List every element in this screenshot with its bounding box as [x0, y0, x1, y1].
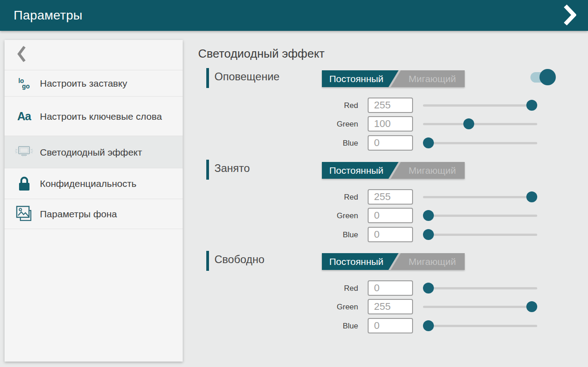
- toggle-thumb: [539, 69, 556, 85]
- channel-label: Blue: [198, 230, 358, 240]
- channel-label: Blue: [198, 139, 358, 148]
- slider-track[interactable]: [423, 287, 537, 289]
- main-panel: Светодиодный эффект Оповещение Постоянны…: [198, 40, 588, 367]
- channel-value-input[interactable]: [368, 116, 413, 132]
- section-header: Оповещение Постоянный Мигающий: [198, 68, 588, 88]
- channel-label: Green: [198, 303, 358, 312]
- page-title: Параметры: [14, 8, 83, 23]
- alert-enabled-toggle[interactable]: [530, 69, 556, 85]
- slider-thumb[interactable]: [526, 100, 537, 111]
- section-header: Свободно Постоянный Мигающий: [198, 251, 588, 271]
- channel-slider[interactable]: [423, 299, 537, 314]
- channel-value-input[interactable]: [368, 98, 413, 113]
- channel-value-input[interactable]: [368, 318, 413, 333]
- channel-slider[interactable]: [423, 227, 537, 242]
- accent-bar: [206, 160, 209, 180]
- collapse-panel-button[interactable]: [561, 2, 578, 29]
- mode-solid-button[interactable]: Постоянный: [322, 70, 400, 87]
- channel-slider[interactable]: [423, 135, 537, 151]
- channel-row-blue: Blue: [198, 227, 588, 242]
- background-image-icon: [5, 205, 40, 224]
- slider-thumb[interactable]: [526, 191, 537, 202]
- mode-segmented-control: Постоянный Мигающий: [322, 70, 465, 87]
- channel-row-red: Red: [198, 98, 588, 113]
- sidebar-item-keywords[interactable]: Aa Настроить ключевые слова: [5, 97, 183, 136]
- sidebar-item-background[interactable]: Параметры фона: [5, 199, 183, 229]
- sidebar-item-led-effect[interactable]: Светодиодный эффект: [5, 136, 183, 168]
- slider-track[interactable]: [423, 306, 537, 308]
- sidebar-item-label: Настроить заставку: [40, 77, 127, 89]
- channel-slider[interactable]: [423, 98, 537, 113]
- channel-slider[interactable]: [423, 116, 537, 132]
- channel-value-input[interactable]: [368, 208, 413, 223]
- channel-slider[interactable]: [423, 208, 537, 223]
- accent-bar: [206, 251, 209, 271]
- channel-label: Red: [198, 193, 358, 202]
- app-header: Параметры: [0, 0, 588, 31]
- section-label: Свободно: [214, 253, 264, 266]
- font-icon: Aa: [5, 110, 40, 123]
- slider-track[interactable]: [423, 325, 537, 327]
- slider-thumb[interactable]: [423, 137, 434, 148]
- section-label: Занято: [214, 162, 250, 175]
- logo-icon: logo: [5, 78, 40, 89]
- slider-thumb[interactable]: [423, 210, 434, 221]
- chevron-right-icon: [563, 4, 576, 27]
- channel-label: Green: [198, 120, 358, 129]
- sidebar: logo Настроить заставку Aa Настроить клю…: [5, 40, 183, 362]
- sidebar-item-splash[interactable]: logo Настроить заставку: [5, 70, 183, 97]
- sidebar-item-label: Параметры фона: [40, 208, 117, 220]
- accent-bar: [206, 68, 209, 88]
- slider-thumb[interactable]: [423, 283, 434, 294]
- mode-segmented-control: Постоянный Мигающий: [322, 162, 465, 179]
- slider-track[interactable]: [423, 196, 537, 198]
- channel-row-green: Green: [198, 299, 588, 314]
- mode-blinking-button[interactable]: Мигающий: [400, 70, 465, 87]
- channel-label: Red: [198, 101, 358, 110]
- slider-track[interactable]: [423, 234, 537, 236]
- slider-track[interactable]: [423, 123, 537, 125]
- channel-slider[interactable]: [423, 318, 537, 333]
- slider-track[interactable]: [423, 104, 537, 107]
- mode-blinking-button[interactable]: Мигающий: [400, 253, 465, 270]
- channel-value-input[interactable]: [368, 299, 413, 314]
- section-header: Занято Постоянный Мигающий: [198, 160, 588, 180]
- display-icon: [5, 144, 40, 160]
- led-section-free: Свободно Постоянный Мигающий Red: [198, 251, 588, 342]
- led-section-busy: Занято Постоянный Мигающий Red: [198, 160, 588, 250]
- section-label: Оповещение: [214, 70, 280, 83]
- slider-thumb[interactable]: [423, 229, 434, 240]
- sidebar-item-label: Светодиодный эффект: [40, 146, 142, 158]
- channel-value-input[interactable]: [368, 135, 413, 151]
- mode-solid-button[interactable]: Постоянный: [322, 162, 400, 179]
- channel-row-blue: Blue: [198, 135, 588, 151]
- mode-solid-button[interactable]: Постоянный: [322, 253, 400, 270]
- channel-row-green: Green: [198, 208, 588, 223]
- slider-track[interactable]: [423, 142, 537, 144]
- channel-slider[interactable]: [423, 189, 537, 205]
- sidebar-item-privacy[interactable]: Конфиденциальность: [5, 168, 183, 199]
- slider-track[interactable]: [423, 215, 537, 217]
- channel-value-input[interactable]: [368, 280, 413, 296]
- mode-blinking-button[interactable]: Мигающий: [400, 162, 465, 179]
- channel-value-input[interactable]: [368, 189, 413, 205]
- chevron-left-icon: [17, 45, 27, 64]
- lock-icon: [5, 176, 40, 192]
- channel-value-input[interactable]: [368, 227, 413, 242]
- led-section-alert: Оповещение Постоянный Мигающий Red: [198, 68, 588, 159]
- channel-row-red: Red: [198, 189, 588, 205]
- mode-segmented-control: Постоянный Мигающий: [322, 253, 465, 270]
- sidebar-back-button[interactable]: [5, 40, 183, 70]
- slider-thumb[interactable]: [463, 118, 474, 129]
- channel-row-red: Red: [198, 280, 588, 296]
- channel-row-green: Green: [198, 116, 588, 132]
- sidebar-item-label: Конфиденциальность: [40, 177, 136, 190]
- channel-slider[interactable]: [423, 280, 537, 296]
- channel-label: Green: [198, 211, 358, 220]
- channel-row-blue: Blue: [198, 318, 588, 333]
- channel-label: Red: [198, 284, 358, 293]
- slider-thumb[interactable]: [423, 320, 434, 331]
- sidebar-item-label: Настроить ключевые слова: [40, 110, 162, 122]
- slider-thumb[interactable]: [526, 301, 537, 312]
- settings-screen: Параметры logo Настроить заставку Aa Нас…: [0, 0, 588, 367]
